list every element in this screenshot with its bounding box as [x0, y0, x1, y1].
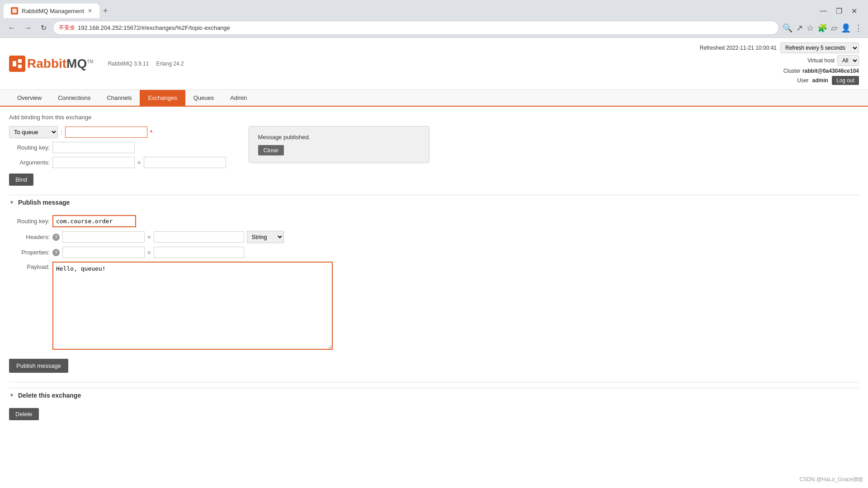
headers-help-icon[interactable]: ?: [52, 234, 60, 241]
arguments-row: Arguments: =: [9, 157, 226, 168]
arguments-label: Arguments:: [9, 159, 50, 166]
publish-headers-key-input[interactable]: [62, 231, 145, 243]
routing-key-row: Routing key:: [9, 142, 226, 153]
erlang-version: Erlang 24.2: [156, 61, 184, 67]
publish-routing-key-input[interactable]: [52, 215, 136, 227]
vhost-select[interactable]: All /: [837, 55, 859, 66]
new-tab-button[interactable]: +: [99, 5, 112, 18]
back-button[interactable]: ←: [5, 23, 18, 33]
properties-equals: =: [147, 249, 151, 256]
delete-section-header[interactable]: ▼ Delete this exchange: [9, 388, 859, 403]
nav-queues[interactable]: Queues: [185, 90, 222, 106]
properties-help-icon[interactable]: ?: [52, 249, 60, 256]
message-published-popup: Message published. Close: [249, 126, 429, 163]
nav-channels[interactable]: Channels: [99, 90, 140, 106]
content: Add binding from this exchange To queue …: [0, 107, 868, 427]
address-bar: ← → ↻ 不安全 192.168.204.252:15672/#/exchan…: [0, 18, 868, 38]
close-button[interactable]: ✕: [848, 5, 861, 17]
arguments-value-input[interactable]: [144, 157, 226, 168]
profile-icon[interactable]: 👤: [841, 23, 851, 33]
cluster-label: Cluster: [783, 68, 801, 74]
publish-section-header[interactable]: ▼ Publish message: [9, 195, 859, 210]
publish-headers-row: Headers: ? = String Number Boolean: [9, 231, 859, 243]
required-star: *: [150, 129, 152, 136]
publish-message-button[interactable]: Publish message: [9, 359, 68, 373]
tab-favicon: [11, 7, 18, 14]
url-text: 192.168.204.252:15672/#/exchanges/%2F/to…: [78, 24, 230, 31]
search-icon[interactable]: 🔍: [783, 23, 793, 33]
user-row: User admin Log out: [797, 76, 859, 85]
publish-section-name: Publish message: [18, 199, 70, 206]
publish-headers-label: Headers:: [9, 234, 50, 240]
publish-properties-row: Properties: ? =: [9, 247, 859, 258]
header-right: Refreshed 2022-11-21 10:00:41 Refresh ev…: [700, 42, 859, 85]
forward-button[interactable]: →: [22, 23, 34, 33]
binding-section-title: Add binding from this exchange: [9, 114, 859, 121]
share-icon[interactable]: ↗: [796, 23, 803, 33]
destination-type-select[interactable]: To queue To exchange: [9, 126, 58, 138]
headers-equals: =: [147, 234, 151, 240]
logo: RabbitMQTM: [9, 56, 94, 72]
maximize-button[interactable]: ❐: [832, 5, 846, 17]
binding-section: Add binding from this exchange To queue …: [9, 114, 859, 186]
publish-routing-key-row: Routing key:: [9, 215, 859, 227]
bookmark-icon[interactable]: ☆: [807, 23, 814, 33]
app-header: RabbitMQTM RabbitMQ 3.9.11 Erlang 24.2 R…: [0, 38, 868, 90]
logo-rabbit: Rabbit: [27, 56, 66, 70]
window-controls: — ❐ ✕: [816, 5, 864, 17]
publish-properties-value-input[interactable]: [154, 247, 244, 258]
logo-tm: TM: [87, 59, 93, 64]
routing-key-label: Routing key:: [9, 144, 50, 151]
colon-1: :: [61, 129, 62, 136]
nav-bar: Overview Connections Channels Exchanges …: [0, 90, 868, 107]
extension-icon[interactable]: 🧩: [817, 23, 827, 33]
collapse-icon: ▼: [9, 199, 14, 206]
logout-button[interactable]: Log out: [832, 76, 859, 85]
svg-rect-1: [13, 61, 16, 66]
delete-section: ▼ Delete this exchange Delete: [9, 382, 859, 420]
nav-connections[interactable]: Connections: [50, 90, 99, 106]
cluster-value: rabbit@0a43046ce104: [802, 68, 859, 74]
svg-rect-0: [12, 9, 17, 13]
delete-button[interactable]: Delete: [9, 408, 39, 420]
publish-section: ▼ Publish message Routing key: Headers: …: [9, 195, 859, 373]
address-input[interactable]: 不安全 192.168.204.252:15672/#/exchanges/%2…: [53, 21, 779, 35]
publish-headers-value-input[interactable]: [154, 231, 244, 243]
refresh-select[interactable]: Refresh every 5 seconds No refresh Refre…: [780, 42, 859, 53]
logo-mq: MQ: [66, 56, 87, 70]
browser-tab[interactable]: RabbitMQ Management ✕: [4, 4, 99, 18]
delete-section-name: Delete this exchange: [18, 392, 81, 399]
sidebar-icon[interactable]: ▱: [831, 23, 837, 33]
refresh-button[interactable]: ↻: [38, 23, 49, 33]
nav-exchanges[interactable]: Exchanges: [140, 90, 185, 106]
user-label: User: [797, 77, 808, 84]
logo-icon: [9, 56, 25, 72]
nav-admin[interactable]: Admin: [222, 90, 255, 106]
destination-input[interactable]: [65, 127, 147, 138]
version-info: RabbitMQ 3.9.11 Erlang 24.2: [108, 61, 184, 67]
user-value: admin: [812, 77, 828, 84]
arguments-key-input[interactable]: [52, 157, 135, 168]
minimize-button[interactable]: —: [816, 5, 830, 17]
tab-title: RabbitMQ Management: [22, 8, 84, 14]
menu-icon[interactable]: ⋮: [854, 23, 863, 33]
logo-text: RabbitMQTM: [27, 56, 94, 71]
vhost-label: Virtual host: [807, 57, 835, 64]
publish-properties-key-input[interactable]: [62, 247, 145, 258]
publish-routing-key-label: Routing key:: [9, 218, 50, 225]
popup-message: Message published.: [258, 134, 420, 141]
nav-overview[interactable]: Overview: [9, 90, 50, 106]
svg-rect-2: [18, 59, 22, 63]
publish-payload-textarea[interactable]: Hello, queueu!: [52, 262, 333, 350]
bind-button[interactable]: Bind: [9, 174, 33, 186]
tab-close-icon[interactable]: ✕: [88, 8, 92, 14]
cluster-row: Cluster rabbit@0a43046ce104: [783, 68, 859, 74]
equals-sign: =: [137, 159, 141, 166]
routing-key-input-binding[interactable]: [52, 142, 135, 153]
binding-form: To queue To exchange : * Routing key: Ar…: [9, 126, 226, 186]
header-type-select[interactable]: String Number Boolean: [247, 231, 284, 243]
publish-payload-label: Payload:: [9, 263, 50, 270]
close-popup-button[interactable]: Close: [258, 145, 284, 155]
refresh-info: Refreshed 2022-11-21 10:00:41 Refresh ev…: [700, 42, 859, 53]
security-warning: 不安全: [59, 24, 75, 32]
